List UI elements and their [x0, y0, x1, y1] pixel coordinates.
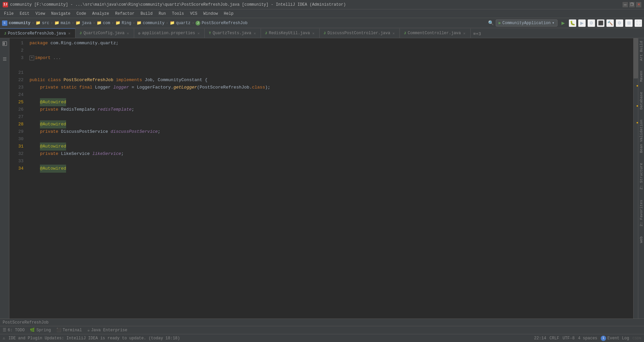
svg-rect-1: [3, 42, 5, 45]
project-icon: c: [2, 20, 7, 26]
panel-art-build[interactable]: Art Build: [639, 40, 644, 62]
editor-area[interactable]: 1 2 3 - 21 22 23 24 25 26 27 28 29 30 31…: [9, 38, 638, 319]
menu-window[interactable]: Window: [201, 11, 220, 17]
indent-setting[interactable]: 4 spaces: [578, 336, 597, 341]
java-enterprise-icon: ☕: [87, 328, 90, 333]
minimize-button[interactable]: ─: [623, 2, 628, 7]
structure-tool-button[interactable]: [1, 55, 9, 63]
code-line-26: private RedisTemplate redisTemplate;: [26, 106, 633, 113]
settings-button[interactable]: ⚙: [616, 19, 623, 27]
menu-edit[interactable]: Edit: [17, 11, 32, 17]
panel-structure[interactable]: Z: Structure: [639, 162, 644, 191]
nav-community[interactable]: community: [9, 21, 31, 25]
tab-comment-controller[interactable]: J CommentController.java ✕: [400, 28, 471, 38]
line-ending[interactable]: CRLF: [549, 336, 559, 341]
tab-close-4[interactable]: ✕: [312, 31, 315, 36]
editor-tabs: J PostScoreRefreshJob.java ✕ J QuartzCon…: [0, 28, 644, 38]
tab-label-1: QuartzConfig.java: [84, 31, 124, 36]
encoding[interactable]: UTF-8: [562, 336, 575, 341]
menu-analyze[interactable]: Analyze: [90, 11, 112, 17]
run-configuration[interactable]: ▶ CommunityApplication ▾: [496, 19, 558, 26]
build-button[interactable]: 🔨: [606, 19, 614, 27]
cursor-position[interactable]: 22:14: [534, 336, 546, 341]
close-button[interactable]: ✕: [636, 2, 641, 7]
nav-com[interactable]: com: [103, 21, 110, 25]
panel-database[interactable]: Database: [639, 91, 644, 111]
java-enterprise-panel-button[interactable]: ☕ Java Enterprise: [87, 328, 127, 333]
restore-button[interactable]: ❐: [629, 2, 635, 7]
menu-refactor[interactable]: Refactor: [112, 11, 137, 17]
stop-button[interactable]: ⬛: [597, 19, 604, 27]
menu-run[interactable]: Run: [156, 11, 169, 17]
nav-folder-icon-quartz: 📁: [170, 20, 175, 25]
tab-icon-3: T: [209, 31, 211, 35]
nav-community2[interactable]: community: [143, 21, 165, 25]
nav-folder-icon-com: 📁: [97, 20, 102, 25]
tab-redis-key-util[interactable]: J RedisKeyUtil.java ✕: [261, 28, 320, 38]
bottom-section: PostScoreRefreshJob ☰ 6: TODO 🌿 Spring ⬛…: [0, 319, 644, 342]
tab-close-2[interactable]: ✕: [197, 31, 201, 36]
status-bar-right: 22:14 CRLF UTF-8 4 spaces 1 Event Log CS…: [534, 336, 641, 341]
run-button[interactable]: ▶: [559, 19, 567, 27]
tab-overflow-button[interactable]: ≡+3: [471, 30, 484, 38]
debug-button[interactable]: 🐛: [569, 19, 576, 27]
nav-quartz[interactable]: quartz: [176, 21, 191, 25]
code-line-22: public class PostScoreRefreshJob impleme…: [26, 76, 633, 84]
panel-bean-validation[interactable]: Bean Validation: [639, 118, 644, 154]
nav-src[interactable]: src: [42, 21, 49, 25]
menu-navigate[interactable]: Navigate: [48, 11, 73, 17]
search-icon[interactable]: 🔍: [488, 20, 494, 26]
scroll-thumb[interactable]: [633, 38, 638, 78]
layout-button[interactable]: ⊞: [625, 19, 633, 27]
nav-ring[interactable]: Ring: [122, 21, 131, 25]
menu-help[interactable]: Help: [221, 11, 236, 17]
nav-java[interactable]: java: [82, 21, 92, 25]
panel-web[interactable]: Web: [639, 235, 644, 244]
tab-close-1[interactable]: ✕: [126, 31, 130, 36]
menu-file[interactable]: File: [1, 11, 16, 17]
code-line-23: private static final Logger logger = Log…: [26, 84, 633, 91]
tab-close-6[interactable]: ✕: [463, 31, 466, 36]
run-config-dropdown-icon[interactable]: ▾: [552, 20, 554, 25]
menu-code[interactable]: Code: [74, 11, 89, 17]
spring-panel-button[interactable]: 🌿 Spring: [30, 328, 51, 333]
project-tool-button[interactable]: [1, 40, 9, 48]
tab-application-properties[interactable]: ⚙ application.properties ✕: [134, 28, 205, 38]
tab-close-5[interactable]: ✕: [392, 31, 395, 36]
status-warning-icon: ⚠: [3, 336, 5, 341]
editor-scrollbar[interactable]: [633, 38, 638, 319]
tab-discuss-post-controller[interactable]: J DiscussPostController.java ✕: [320, 28, 400, 38]
profile-button[interactable]: ⚙: [588, 19, 595, 27]
menu-build[interactable]: Build: [138, 11, 155, 17]
code-line-21: [26, 69, 633, 76]
terminal-panel-button[interactable]: ⬛ Terminal: [56, 328, 82, 333]
tab-label-6: CommentController.java: [408, 31, 461, 36]
class-icon: J: [196, 21, 200, 25]
right-tool-panels: Art Build Maven Database Bean Validation…: [638, 38, 644, 319]
fold-icon-import[interactable]: +: [30, 56, 34, 60]
maximize-editor-button[interactable]: ⛶: [635, 19, 642, 27]
panel-favorites[interactable]: 2: Favorites: [639, 198, 644, 228]
coverage-button[interactable]: ▶: [578, 19, 586, 27]
nav-folder-icon-java: 📁: [75, 20, 80, 25]
code-line-gap: [26, 62, 633, 69]
nav-class[interactable]: PostScoreRefreshJob: [202, 21, 248, 25]
code-line-1: package com.Ring.community.quartz;: [26, 40, 633, 47]
panel-maven[interactable]: Maven: [639, 69, 644, 83]
code-line-27: [26, 113, 633, 121]
tab-quartz-config[interactable]: J QuartzConfig.java ✕: [75, 28, 134, 38]
tab-post-score-refresh-job[interactable]: J PostScoreRefreshJob.java ✕: [0, 28, 75, 38]
nav-main[interactable]: main: [61, 21, 70, 25]
run-bar: 🔍 ▶ CommunityApplication ▾ ▶ 🐛 ▶ ⚙ ⬛ 🔨 ⚙…: [488, 19, 642, 27]
code-editor[interactable]: package com.Ring.community.quartz; +impo…: [26, 38, 633, 319]
tab-icon-5: J: [324, 31, 326, 35]
tab-quartz-tests[interactable]: T QuartzTests.java ✕: [205, 28, 261, 38]
bottom-breadcrumb-text: PostScoreRefreshJob: [3, 320, 49, 325]
menu-tools[interactable]: Tools: [169, 11, 187, 17]
tab-close-3[interactable]: ✕: [253, 31, 257, 36]
todo-panel-button[interactable]: ☰ 6: TODO: [3, 328, 24, 333]
menu-view[interactable]: View: [33, 11, 48, 17]
event-log-button[interactable]: 1 Event Log: [601, 336, 629, 341]
menu-vcs[interactable]: VCS: [187, 11, 200, 17]
tab-close-0[interactable]: ✕: [67, 31, 71, 36]
